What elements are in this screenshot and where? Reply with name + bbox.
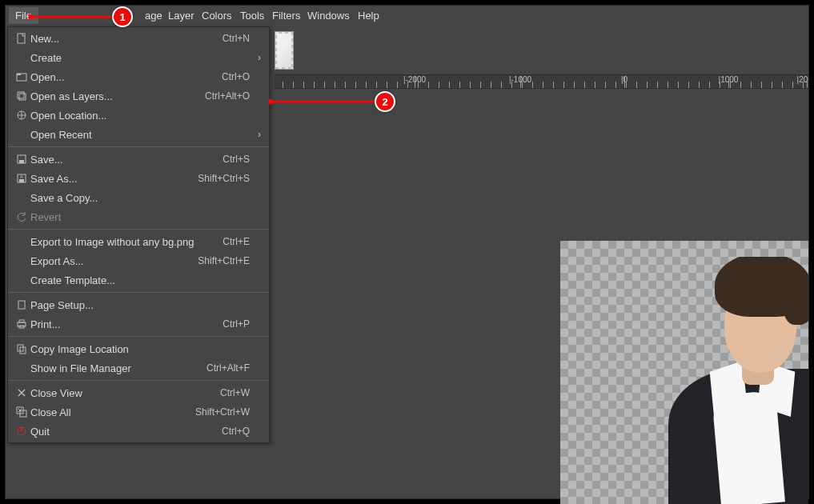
menu-item-accel: Ctrl+Alt+O xyxy=(205,90,250,102)
menu-item-label: Create xyxy=(30,52,250,64)
menu-item-label: New... xyxy=(30,33,223,45)
layers-icon xyxy=(13,90,30,102)
menu-separator xyxy=(8,336,269,337)
open-icon xyxy=(13,71,30,82)
menu-item-accel: Ctrl+Alt+F xyxy=(207,362,250,374)
page-icon xyxy=(13,299,30,310)
document-thumbs xyxy=(275,31,294,70)
menu-item-open-recent[interactable]: Open Recent› xyxy=(8,125,269,144)
menu-item-accel: Shift+Ctrl+W xyxy=(195,406,250,418)
menu-item-label: Open as Layers... xyxy=(30,90,205,102)
menu-item-save-a-copy[interactable]: Save a Copy... xyxy=(8,188,269,207)
close-icon xyxy=(13,387,30,398)
annotation-bubble-1: 1 xyxy=(112,6,133,27)
menu-item-label: Open Location... xyxy=(30,110,250,122)
menu-item-save[interactable]: Save...Ctrl+S xyxy=(8,150,269,169)
menu-item-open-as-layers[interactable]: Open as Layers...Ctrl+Alt+O xyxy=(8,86,269,106)
menu-item-save-as[interactable]: ASave As...Shift+Ctrl+S xyxy=(8,169,269,188)
svg-rect-9 xyxy=(19,179,24,182)
print-icon xyxy=(13,318,30,330)
quit-icon xyxy=(13,426,30,437)
closeall-icon xyxy=(13,406,30,418)
svg-text:A: A xyxy=(20,174,23,179)
file-dropdown: New...Ctrl+NCreate›Open...Ctrl+OOpen as … xyxy=(7,26,270,443)
menu-item-label: Quit xyxy=(30,426,222,438)
menu-item-revert: Revert xyxy=(8,207,269,226)
menu-item-accel: Shift+Ctrl+E xyxy=(198,255,250,266)
document-thumb[interactable] xyxy=(275,31,294,70)
menu-item-label: Page Setup... xyxy=(30,299,250,311)
menu-item-label: Revert xyxy=(30,211,250,223)
svg-rect-4 xyxy=(19,94,26,100)
menu-item-new[interactable]: New...Ctrl+N xyxy=(8,29,269,48)
menu-item-export-to-image-without-any-bg-png[interactable]: Export to Image without any bg.pngCtrl+E xyxy=(8,232,269,251)
menu-item-copy-image-location[interactable]: Copy Image Location xyxy=(8,339,269,358)
menu-item-label: Open Recent xyxy=(30,129,250,141)
menu-item-accel: Ctrl+S xyxy=(223,154,250,165)
menu-item-close-all[interactable]: Close AllShift+Ctrl+W xyxy=(8,402,269,422)
svg-rect-13 xyxy=(19,320,24,322)
copy-icon xyxy=(13,343,30,354)
menu-item-open[interactable]: Open...Ctrl+O xyxy=(8,67,269,86)
menu-item-accel: Ctrl+N xyxy=(223,33,250,44)
svg-rect-7 xyxy=(19,160,24,163)
menu-item-accel: Ctrl+P xyxy=(223,318,250,330)
menu-item-label: Export As... xyxy=(30,255,198,267)
menu-item-label: Save a Copy... xyxy=(30,192,250,204)
menu-windows[interactable]: Windows xyxy=(301,7,356,24)
portrait-image xyxy=(668,257,808,504)
save-icon xyxy=(13,154,30,165)
menu-help[interactable]: Help xyxy=(351,7,386,24)
app-window: File age Layer Colors Tools Filters Wind… xyxy=(5,5,809,499)
menu-item-quit[interactable]: QuitCtrl+Q xyxy=(8,422,269,441)
menu-item-label: Create Template... xyxy=(30,274,250,286)
menu-item-label: Close View xyxy=(30,387,220,399)
menu-item-label: Show in File Manager xyxy=(30,362,207,374)
menu-item-open-location[interactable]: Open Location... xyxy=(8,106,269,125)
menu-item-accel: Ctrl+Q xyxy=(222,426,250,437)
svg-rect-3 xyxy=(18,92,24,98)
menu-separator xyxy=(8,380,269,381)
globe-icon xyxy=(13,110,30,121)
submenu-arrow-icon: › xyxy=(250,52,261,63)
svg-rect-2 xyxy=(17,74,21,75)
menu-item-close-view[interactable]: Close ViewCtrl+W xyxy=(8,383,269,402)
svg-rect-0 xyxy=(18,34,25,43)
menu-colors[interactable]: Colors xyxy=(195,7,239,24)
menu-item-create[interactable]: Create› xyxy=(8,48,269,67)
menu-item-label: Export to Image without any bg.png xyxy=(30,236,223,248)
menu-item-accel: Shift+Ctrl+S xyxy=(198,173,250,184)
revert-icon xyxy=(13,211,30,222)
menu-item-export-as[interactable]: Export As...Shift+Ctrl+E xyxy=(8,251,269,270)
menu-item-label: Save As... xyxy=(30,173,198,185)
menu-item-show-in-file-manager[interactable]: Show in File ManagerCtrl+Alt+F xyxy=(8,358,269,378)
menu-item-label: Print... xyxy=(30,318,223,330)
menu-item-label: Close All xyxy=(30,406,195,418)
menu-item-accel: Ctrl+W xyxy=(220,387,250,398)
menu-separator xyxy=(8,146,269,147)
submenu-arrow-icon: › xyxy=(250,129,261,140)
canvas-area[interactable] xyxy=(275,89,808,497)
menu-item-create-template[interactable]: Create Template... xyxy=(8,270,269,290)
annotation-bubble-2: 2 xyxy=(375,91,395,112)
menu-separator xyxy=(8,229,269,230)
menu-item-print[interactable]: Print...Ctrl+P xyxy=(8,314,269,334)
new-icon xyxy=(13,33,30,44)
menu-item-accel: Ctrl+O xyxy=(222,71,250,82)
svg-rect-11 xyxy=(18,301,25,309)
horizontal-ruler: |-2000 |-1000 |0 |1000 |2000 xyxy=(275,74,808,89)
menu-item-page-setup[interactable]: Page Setup... xyxy=(8,295,269,314)
menu-item-label: Copy Image Location xyxy=(30,343,250,355)
menu-separator xyxy=(8,292,269,293)
svg-rect-20 xyxy=(21,427,22,431)
menu-item-label: Open... xyxy=(30,71,222,83)
menu-item-label: Save... xyxy=(30,154,223,166)
menu-item-accel: Ctrl+E xyxy=(223,236,250,247)
saveas-icon: A xyxy=(13,173,30,184)
